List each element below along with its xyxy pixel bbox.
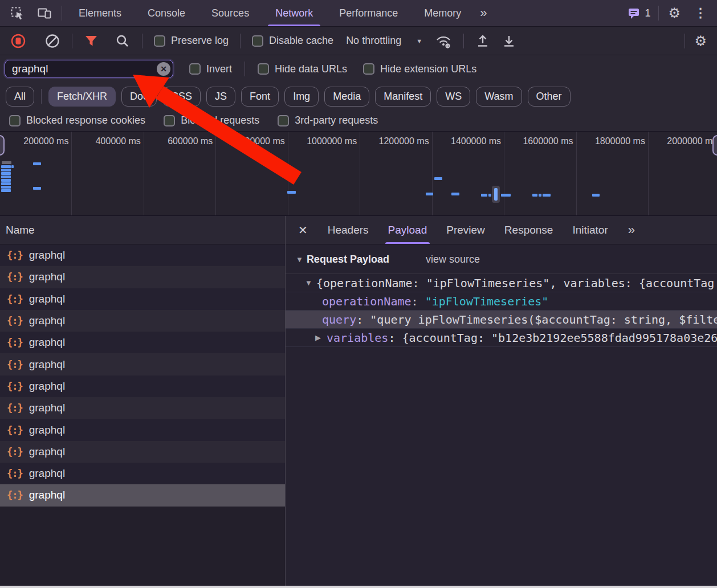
request-row[interactable]: {:}graphql bbox=[0, 419, 285, 440]
request-activity-bar bbox=[451, 193, 459, 195]
chip-other[interactable]: Other bbox=[528, 87, 571, 107]
network-conditions-button[interactable] bbox=[429, 30, 458, 52]
request-row[interactable]: {:}graphql bbox=[0, 353, 285, 375]
json-braces-icon: {:} bbox=[7, 271, 23, 283]
request-activity-bar bbox=[543, 194, 551, 197]
caret-down-icon[interactable]: ▼ bbox=[305, 279, 316, 287]
timeline-right-handle[interactable] bbox=[712, 135, 717, 156]
request-name: graphql bbox=[29, 336, 65, 349]
detail-tab-label: Initiator bbox=[572, 224, 608, 236]
customize-devtools-button[interactable]: ⋮ bbox=[686, 6, 715, 21]
tab-sources[interactable]: Sources bbox=[198, 0, 262, 26]
chip-label: Manifest bbox=[384, 91, 422, 103]
chip-img[interactable]: Img bbox=[284, 87, 319, 107]
request-row[interactable]: {:}graphql bbox=[0, 266, 285, 288]
blocked-requests-checkbox[interactable]: Blocked requests bbox=[158, 115, 265, 126]
request-row[interactable]: {:}graphql bbox=[0, 310, 285, 332]
filter-input[interactable] bbox=[5, 60, 173, 78]
detail-tab-initiator[interactable]: Initiator bbox=[563, 216, 617, 244]
payload-tree-row[interactable]: operationName: "ipFlowTimeseries" bbox=[286, 292, 717, 311]
request-row[interactable]: {:}graphql bbox=[0, 288, 285, 310]
request-name: graphql bbox=[29, 249, 65, 262]
request-activity-bar bbox=[592, 194, 600, 197]
chip-fetch-xhr[interactable]: Fetch/XHR bbox=[48, 87, 116, 107]
payload-tree-row[interactable]: ▼{operationName: "ipFlowTimeseries", var… bbox=[286, 274, 717, 292]
chip-wasm[interactable]: Wasm bbox=[476, 87, 522, 107]
invert-checkbox[interactable]: Invert bbox=[184, 63, 238, 75]
disable-cache-checkbox[interactable]: Disable cache bbox=[246, 35, 339, 47]
chip-css[interactable]: CSS bbox=[162, 87, 201, 107]
import-har-button[interactable] bbox=[470, 30, 496, 52]
tab-elements[interactable]: Elements bbox=[66, 0, 135, 26]
chip-ws[interactable]: WS bbox=[437, 87, 470, 107]
export-har-button[interactable] bbox=[496, 30, 522, 52]
payload-tree-row[interactable]: ▶variables: {accountTag: "b12e3b2192ee55… bbox=[286, 329, 717, 347]
issues-button[interactable]: 1 bbox=[622, 6, 655, 20]
request-row[interactable]: {:}graphql bbox=[0, 375, 285, 397]
payload-tree-row[interactable]: query: "query ipFlowTimeseries($accountT… bbox=[286, 311, 717, 329]
request-row[interactable]: {:}graphql bbox=[0, 484, 285, 506]
chip-manifest[interactable]: Manifest bbox=[375, 87, 431, 107]
chip-font[interactable]: Font bbox=[241, 87, 279, 107]
chip-all[interactable]: All bbox=[6, 87, 34, 107]
more-tabs-button[interactable]: » bbox=[474, 6, 491, 21]
chip-label: Fetch/XHR bbox=[57, 91, 107, 103]
timeline-left-handle[interactable] bbox=[0, 135, 5, 156]
request-activity-bar bbox=[1, 169, 11, 172]
chip-label: Wasm bbox=[484, 91, 513, 103]
gear-icon: ⚙ bbox=[668, 6, 681, 20]
view-source-link[interactable]: view source bbox=[426, 254, 480, 266]
network-overview-timeline[interactable]: 200000 ms400000 ms600000 ms800000 ms1000… bbox=[0, 132, 717, 216]
chip-media[interactable]: Media bbox=[324, 87, 369, 107]
request-activity-bar bbox=[488, 194, 491, 197]
third-party-requests-checkbox[interactable]: 3rd-party requests bbox=[272, 115, 384, 126]
throttling-select[interactable]: No throttling ▼ bbox=[339, 35, 429, 47]
hide-data-urls-checkbox[interactable]: Hide data URLs bbox=[252, 63, 353, 75]
request-row[interactable]: {:}graphql bbox=[0, 332, 285, 353]
request-activity-bar bbox=[33, 162, 41, 165]
chip-label: Img bbox=[293, 91, 310, 103]
json-braces-icon: {:} bbox=[7, 293, 23, 305]
detail-tab-headers[interactable]: Headers bbox=[318, 216, 378, 244]
detail-tab-response[interactable]: Response bbox=[495, 216, 563, 244]
request-row[interactable]: {:}graphql bbox=[0, 441, 285, 463]
network-settings-button[interactable]: ⚙ bbox=[689, 30, 712, 52]
name-column-header[interactable]: Name bbox=[0, 216, 285, 244]
request-row[interactable]: {:}graphql bbox=[0, 397, 285, 419]
caret-right-icon[interactable]: ▶ bbox=[315, 333, 327, 342]
preserve-log-checkbox[interactable]: Preserve log bbox=[148, 35, 234, 47]
record-network-log-button[interactable] bbox=[5, 30, 32, 52]
blocked-response-cookies-checkbox[interactable]: Blocked response cookies bbox=[3, 115, 151, 126]
close-details-button[interactable]: ✕ bbox=[286, 223, 318, 237]
device-toolbar-button[interactable] bbox=[31, 2, 58, 24]
request-payload-section-header[interactable]: ▼ Request Payload view source bbox=[286, 244, 717, 266]
settings-button[interactable]: ⚙ bbox=[662, 2, 686, 24]
inspect-element-button[interactable] bbox=[3, 2, 31, 24]
filter-toggle-button[interactable] bbox=[78, 30, 104, 52]
request-row[interactable]: {:}graphql bbox=[0, 463, 285, 484]
request-row[interactable]: {:}graphql bbox=[0, 244, 285, 266]
tab-console[interactable]: Console bbox=[135, 0, 198, 26]
chip-js[interactable]: JS bbox=[206, 87, 235, 107]
blocked-filters-row: Blocked response cookies Blocked request… bbox=[0, 110, 717, 132]
request-activity-bar bbox=[426, 193, 433, 195]
tab-performance[interactable]: Performance bbox=[326, 0, 411, 26]
clear-network-log-button[interactable] bbox=[39, 30, 66, 52]
request-activity-bar bbox=[1, 179, 11, 182]
toolbar-separator bbox=[142, 34, 142, 48]
more-detail-tabs-button[interactable]: » bbox=[622, 223, 639, 238]
gear-icon: ⚙ bbox=[694, 34, 707, 48]
request-name: graphql bbox=[29, 315, 65, 327]
detail-tab-payload[interactable]: Payload bbox=[378, 216, 437, 244]
detail-tab-preview[interactable]: Preview bbox=[437, 216, 495, 244]
hide-extension-urls-checkbox[interactable]: Hide extension URLs bbox=[357, 63, 482, 75]
clear-filter-button[interactable]: ✕ bbox=[157, 62, 170, 76]
tab-network[interactable]: Network bbox=[262, 0, 326, 26]
tab-memory[interactable]: Memory bbox=[411, 0, 474, 26]
toolbar-separator bbox=[463, 34, 464, 48]
chip-doc[interactable]: Doc bbox=[121, 87, 157, 107]
search-button[interactable] bbox=[109, 30, 136, 52]
chip-label: Doc bbox=[130, 91, 148, 103]
wifi-gear-icon bbox=[435, 33, 452, 49]
detail-tab-label: Headers bbox=[328, 224, 369, 236]
